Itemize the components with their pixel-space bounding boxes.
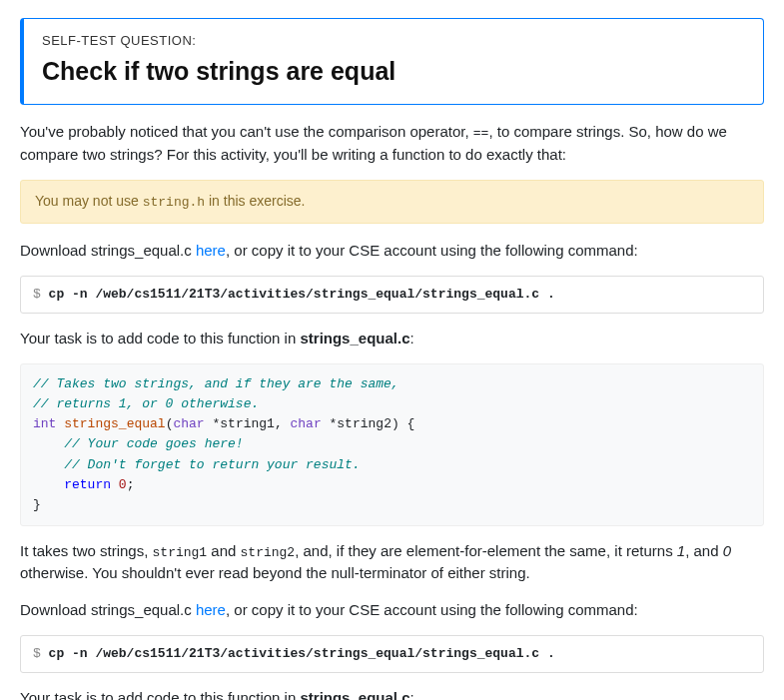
task-paragraph-1: Your task is to add code to this functio…: [20, 328, 764, 350]
download-link-2[interactable]: here: [196, 601, 226, 618]
download-paragraph-1: Download strings_equal.c here, or copy i…: [20, 240, 764, 263]
equality-operator: ==: [473, 126, 489, 141]
download-link-1[interactable]: here: [196, 242, 226, 259]
task-text-b-2: :: [410, 689, 414, 700]
download-text-b2: , or copy it to your CSE account using t…: [226, 601, 638, 618]
prompt-1: $: [33, 287, 49, 302]
explain-paragraph: It takes two strings, string1 and string…: [20, 540, 764, 585]
warn-text-a: You may not use: [35, 193, 143, 209]
zero-1: 0: [119, 477, 127, 492]
kw-int-1: int: [33, 416, 56, 431]
question-card: SELF-TEST QUESTION: Check if two strings…: [20, 18, 764, 105]
command-text-1: cp -n /web/cs1511/21T3/activities/string…: [49, 287, 555, 302]
arg2a: *string2) {: [322, 416, 415, 431]
string2-code: string2: [241, 545, 296, 560]
zero-italic: 0: [723, 542, 731, 559]
task-text-a-2: Your task is to add code to this functio…: [20, 689, 300, 700]
command-block-2: $ cp -n /web/cs1511/21T3/activities/stri…: [20, 635, 764, 673]
command-text-2: cp -n /web/cs1511/21T3/activities/string…: [49, 646, 555, 661]
intro-text-a: You've probably noticed that you can't u…: [20, 123, 473, 140]
arg1a: *string1,: [205, 416, 291, 431]
kw-char2a: char: [291, 416, 322, 431]
one-italic: 1: [677, 542, 685, 559]
comment-1c: // Your code goes here!: [64, 436, 243, 451]
string-h-code: string.h: [143, 195, 205, 210]
task-paragraph-2: Your task is to add code to this functio…: [20, 687, 764, 700]
command-block-1: $ cp -n /web/cs1511/21T3/activities/stri…: [20, 276, 764, 314]
comment-1d: // Don't forget to return your result.: [64, 457, 360, 472]
brace-close-1: }: [33, 497, 41, 512]
intro-paragraph: You've probably noticed that you can't u…: [20, 121, 764, 166]
code-block-1: // Takes two strings, and if they are th…: [20, 363, 764, 526]
explain-d: , and: [685, 542, 723, 559]
download-text-a: Download strings_equal.c: [20, 242, 196, 259]
kw-char1a: char: [173, 416, 204, 431]
warn-text-b: in this exercise.: [205, 193, 305, 209]
string1-code: string1: [153, 545, 208, 560]
task-file-2: strings_equal.c: [300, 689, 409, 700]
restriction-alert: You may not use string.h in this exercis…: [20, 180, 764, 224]
comment-1b: // returns 1, or 0 otherwise.: [33, 396, 259, 411]
download-paragraph-2: Download strings_equal.c here, or copy i…: [20, 599, 764, 622]
explain-e: otherwise. You shouldn't ever read beyon…: [20, 564, 530, 581]
download-text-b: , or copy it to your CSE account using t…: [226, 242, 638, 259]
explain-b: and: [207, 542, 240, 559]
kw-return-1: return: [64, 477, 111, 492]
download-text-a2: Download strings_equal.c: [20, 601, 196, 618]
card-label: SELF-TEST QUESTION:: [42, 31, 745, 51]
card-title: Check if two strings are equal: [42, 53, 745, 91]
explain-c: , and, if they are element-for-element t…: [295, 542, 677, 559]
comment-1a: // Takes two strings, and if they are th…: [33, 376, 399, 391]
fn-name-1: strings_equal: [64, 416, 165, 431]
prompt-2: $: [33, 646, 49, 661]
task-file-1: strings_equal.c: [300, 330, 409, 347]
task-text-a-1: Your task is to add code to this functio…: [20, 330, 300, 347]
task-text-b-1: :: [410, 330, 414, 347]
semi-1: ;: [127, 477, 135, 492]
explain-a: It takes two strings,: [20, 542, 153, 559]
